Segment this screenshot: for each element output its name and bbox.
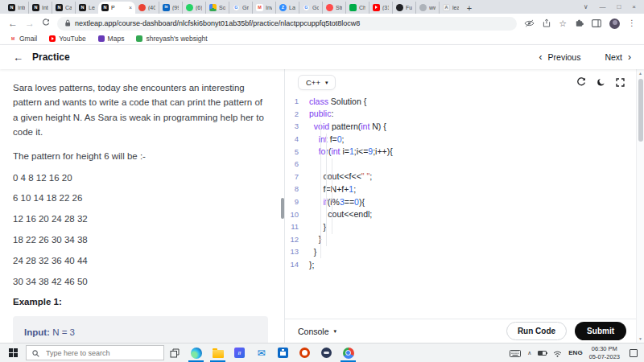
editor-toolbar: C++ ▾ [285,69,636,93]
taskbar-app-office[interactable] [294,343,316,362]
browser-tab[interactable]: (314 [369,2,392,14]
browser-tab[interactable]: Full [392,2,415,14]
browser-tab-active[interactable]: NP× [98,2,135,14]
taskbar-app-explorer[interactable] [207,343,229,362]
search-input[interactable] [44,348,158,358]
touch-keyboard-icon[interactable] [510,346,521,360]
console-toggle[interactable]: Console ▾ [298,327,336,336]
language-select[interactable]: C++ ▾ [298,75,336,90]
previous-button[interactable]: ‹ Previous [539,52,581,62]
language-indicator[interactable]: ENG [568,349,582,356]
code-line[interactable]: } [309,222,326,232]
task-view-button[interactable] [164,343,185,362]
bookmark-item[interactable]: Maps [98,35,125,43]
start-button[interactable] [0,343,26,362]
action-center-icon[interactable] [630,349,638,357]
bookmark-item[interactable]: MGmail [10,35,37,43]
maximize-icon[interactable]: □ [617,4,621,10]
browser-tab[interactable]: NIntro [5,2,28,14]
scroll-up-icon[interactable]: ▲ [637,71,644,76]
dark-mode-moon-icon[interactable] [597,76,605,90]
chrome-icon [343,348,354,359]
browser-tab[interactable]: ZLaun [275,2,299,14]
code-line[interactable]: }; [309,260,314,269]
scroll-down-icon[interactable]: ▼ [637,336,644,341]
battery-icon[interactable] [538,351,547,356]
bookmark-item[interactable]: YouTube [49,35,85,43]
close-icon[interactable]: × [632,4,636,10]
browser-tab[interactable]: in(99+ [159,2,182,14]
code-line[interactable]: cout<<endl; [309,209,372,219]
bookmark-item[interactable]: shreyash's websight [136,35,207,43]
code-token: ; [369,171,372,181]
code-token: ; [342,134,345,144]
new-tab-button[interactable]: + [462,2,477,14]
code-line[interactable]: cout<<f<<" "; [309,171,372,181]
tab-close-icon[interactable]: × [129,5,132,10]
submit-button[interactable]: Submit [575,322,626,340]
taskbar-app-darkapp[interactable] [316,343,337,362]
taskbar-clock[interactable]: 06:30 PM 05-07-2023 [589,345,620,361]
browser-tab[interactable]: (40) [135,2,159,14]
code-editor[interactable]: 1class Solution {2public:3 void pattern(… [285,93,636,319]
minimize-icon[interactable]: — [599,4,605,10]
code-row: 3 void pattern(int N) { [285,120,636,133]
taskbar-app-chrome[interactable] [337,343,359,362]
code-token: ;i<= [354,146,369,156]
indent-guide [332,158,332,234]
browser-tab[interactable]: MInvit [252,2,275,14]
browser-tab[interactable]: GGoo [299,2,322,14]
taskbar-app-vscode[interactable]: // [229,343,250,362]
taskbar-search[interactable] [26,345,164,360]
next-button[interactable]: Next › [605,52,631,62]
fullscreen-icon[interactable] [616,76,625,90]
side-panel-icon[interactable] [592,16,601,31]
page-scrollbar[interactable]: ▲ ▼ [636,69,644,343]
taskbar-app-store[interactable] [272,343,294,362]
browser-tab[interactable]: NIntro [28,2,52,14]
example-line: Input: N = 3 [24,326,257,339]
problem-scrollbar-thumb[interactable] [281,198,284,219]
browser-tab[interactable]: GGma [229,2,252,14]
code-row: 4 int f=0; [285,133,636,146]
back-to-course-icon[interactable]: ← [13,52,23,63]
code-line[interactable]: if(i%3==0){ [309,197,365,207]
globe-favicon-icon [419,4,427,11]
browser-tab[interactable]: (6) V [182,2,205,14]
browser-tab[interactable]: NLean [75,2,98,14]
code-line[interactable]: } [309,234,321,244]
drive-favicon-icon [209,4,217,11]
browser-tab[interactable]: www [415,2,439,14]
browser-menu-icon[interactable]: ⋮ [628,19,636,27]
back-icon[interactable]: ← [8,19,18,28]
browser-tab[interactable]: Soft [205,2,229,14]
browser-tab[interactable]: Chat [345,2,369,14]
code-line[interactable]: public: [309,109,333,118]
reset-code-icon[interactable] [576,76,586,90]
code-line[interactable]: for(int i=1;i<=9;i++){ [309,146,393,156]
browser-tab[interactable]: Alean [439,2,462,14]
browser-tab[interactable]: NCale [52,2,75,14]
caret-down-icon: ▾ [325,80,328,85]
code-line[interactable]: } [309,247,316,257]
taskbar-app-mail[interactable]: ✉ [250,343,272,362]
run-code-button[interactable]: Run Code [506,322,567,340]
tab-title: Goo [312,5,319,10]
code-row: 8 f=N+f+1; [285,183,636,195]
refresh-icon[interactable] [42,19,50,28]
tab-search-icon[interactable]: ∨ [584,4,588,10]
browser-tab[interactable]: Stre [322,2,345,14]
code-token [309,146,319,156]
bookmark-star-icon[interactable]: ☆ [559,19,567,28]
taskbar-app-edge[interactable] [185,343,207,362]
share-icon[interactable] [543,16,551,31]
wifi-icon[interactable] [553,346,562,360]
code-line[interactable]: class Solution { [309,97,366,106]
code-line[interactable]: f=N+f+1; [309,184,356,194]
page-scrollbar-thumb[interactable] [638,79,643,142]
extensions-icon[interactable] [575,16,584,31]
profile-avatar[interactable] [609,19,620,29]
tray-expand-icon[interactable]: ∧ [527,350,531,356]
password-eye-off-icon[interactable] [524,16,535,31]
url-bar[interactable]: nextleap.app/course-dashboard/nlcfski6bo… [57,17,517,31]
